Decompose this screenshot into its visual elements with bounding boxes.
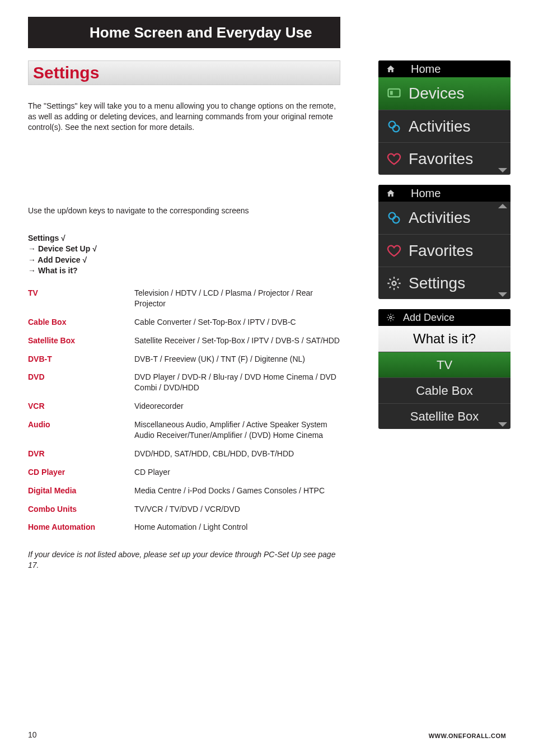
home-icon: [386, 64, 395, 73]
section-header: Settings: [28, 60, 340, 85]
path-settings: Settings √: [28, 233, 340, 244]
device-row: VCRVideorecorder: [28, 401, 340, 412]
menu-item-label: Favorites: [409, 242, 473, 260]
device-option-tv[interactable]: TV: [378, 352, 510, 377]
device-term: DVB-T: [28, 354, 134, 365]
svg-rect-1: [390, 91, 393, 95]
menu-item-label: Activities: [409, 118, 470, 136]
device-desc: TV/VCR / TV/DVD / VCR/DVD: [134, 504, 340, 515]
device-row: AudioMiscellaneous Audio, Amplifier / Ac…: [28, 419, 340, 441]
device-row: Satellite BoxSatellite Receiver / Set-To…: [28, 335, 340, 346]
device-term: Home Automation: [28, 522, 134, 533]
menu-item-label: Favorites: [409, 150, 473, 168]
panel-header: Home: [378, 60, 510, 77]
svg-point-6: [392, 281, 396, 285]
device-row: DVRDVD/HDD, SAT/HDD, CBL/HDD, DVB-T/HDD: [28, 449, 340, 459]
device-term: TV: [28, 288, 134, 309]
menu-item-favorites[interactable]: Favorites: [378, 234, 510, 267]
panel-subtitle-label: What is it?: [413, 331, 476, 347]
device-option-label: TV: [437, 358, 452, 372]
path-what-is-it: → What is it?: [28, 265, 340, 277]
device-term: CD Player: [28, 467, 134, 478]
gear-icon: [386, 313, 395, 322]
device-desc: DVB-T / Freeview (UK) / TNT (F) / Digite…: [134, 354, 340, 365]
device-desc: Cable Converter / Set-Top-Box / IPTV / D…: [134, 317, 340, 328]
device-row: DVDDVD Player / DVD-R / Blu-ray / DVD Ho…: [28, 372, 340, 393]
remote-panel-home-2: Home Activities Favorites Settings: [378, 185, 510, 299]
panel-header-label: Add Device: [403, 312, 455, 324]
menu-item-settings[interactable]: Settings: [378, 267, 510, 299]
device-row: TVTelevision / HDTV / LCD / Plasma / Pro…: [28, 288, 340, 309]
panel-header-label: Home: [411, 187, 441, 200]
menu-item-devices[interactable]: Devices: [378, 77, 510, 110]
panel-header: Home: [378, 185, 510, 202]
favorites-icon: [386, 151, 402, 167]
svg-point-3: [393, 125, 400, 132]
path-add-device: → Add Device √: [28, 255, 340, 266]
path-device-setup: → Device Set Up √: [28, 244, 340, 255]
home-icon: [386, 189, 395, 198]
menu-item-activities[interactable]: Activities: [378, 202, 510, 234]
settings-icon: [386, 276, 402, 291]
svg-point-7: [390, 316, 392, 319]
device-desc: Videorecorder: [134, 401, 340, 412]
device-desc: Home Automation / Light Control: [134, 522, 340, 533]
activities-icon: [386, 119, 402, 134]
scroll-down-icon[interactable]: [498, 292, 507, 297]
device-desc: Television / HDTV / LCD / Plasma / Proje…: [134, 288, 340, 309]
device-term: Satellite Box: [28, 335, 134, 346]
device-option-cable-box[interactable]: Cable Box: [378, 377, 510, 403]
section-title: Settings: [33, 63, 99, 82]
svg-point-4: [389, 213, 396, 220]
device-term: VCR: [28, 401, 134, 412]
page-number: 10: [28, 730, 37, 739]
device-row: Digital MediaMedia Centre / i-Pod Docks …: [28, 486, 340, 496]
device-desc: DVD Player / DVD-R / Blu-ray / DVD Home …: [134, 372, 340, 393]
remote-panel-home-1: Home Devices Activities Favorites: [378, 60, 510, 175]
panel-header-label: Home: [411, 63, 441, 76]
svg-point-2: [389, 121, 396, 128]
device-row: CD PlayerCD Player: [28, 467, 340, 478]
activities-icon: [386, 210, 402, 226]
device-row: Home AutomationHome Automation / Light C…: [28, 522, 340, 533]
svg-point-5: [393, 217, 400, 223]
menu-item-activities[interactable]: Activities: [378, 110, 510, 142]
device-term: Combo Units: [28, 504, 134, 515]
menu-item-label: Settings: [409, 274, 465, 292]
chapter-header: Home Screen and Everyday Use: [28, 17, 340, 48]
remote-panel-add-device: Add Device What is it? TV Cable Box Sate…: [378, 309, 510, 429]
device-row: DVB-TDVB-T / Freeview (UK) / TNT (F) / D…: [28, 354, 340, 365]
device-option-label: Satellite Box: [410, 409, 479, 424]
footer-url: WWW.ONEFORALL.COM: [429, 732, 506, 739]
nav-instruction: Use the up/down keys to navigate to the …: [28, 206, 340, 216]
device-row: Cable BoxCable Converter / Set-Top-Box /…: [28, 317, 340, 328]
footnote: If your device is not listed above, plea…: [28, 549, 340, 571]
device-desc: DVD/HDD, SAT/HDD, CBL/HDD, DVB-T/HDD: [134, 449, 340, 459]
svg-rect-0: [388, 89, 400, 97]
devices-icon: [386, 86, 402, 101]
device-desc: Satellite Receiver / Set-Top-Box / IPTV …: [134, 335, 340, 346]
menu-item-favorites[interactable]: Favorites: [378, 142, 510, 175]
panel-header: Add Device: [378, 309, 510, 326]
device-option-label: Cable Box: [416, 384, 473, 398]
intro-paragraph: The "Settings" key will take you to a me…: [28, 101, 340, 133]
device-option-satellite-box[interactable]: Satellite Box: [378, 403, 510, 429]
scroll-up-icon[interactable]: [498, 204, 507, 208]
device-desc: CD Player: [134, 467, 340, 478]
menu-path: Settings √ → Device Set Up √ → Add Devic…: [28, 233, 340, 277]
chapter-title: Home Screen and Everyday Use: [90, 24, 312, 41]
device-desc: Media Centre / i-Pod Docks / Games Conso…: [134, 486, 340, 496]
menu-item-label: Activities: [409, 209, 470, 227]
device-term: Digital Media: [28, 486, 134, 496]
menu-item-label: Devices: [409, 85, 465, 102]
device-table: TVTelevision / HDTV / LCD / Plasma / Pro…: [28, 288, 340, 533]
device-term: Audio: [28, 419, 134, 441]
device-term: DVD: [28, 372, 134, 393]
panel-subtitle: What is it?: [378, 326, 510, 352]
scroll-down-icon[interactable]: [498, 422, 507, 427]
device-term: DVR: [28, 449, 134, 459]
device-row: Combo UnitsTV/VCR / TV/DVD / VCR/DVD: [28, 504, 340, 515]
device-term: Cable Box: [28, 317, 134, 328]
favorites-icon: [386, 243, 402, 259]
scroll-down-icon[interactable]: [498, 168, 507, 172]
